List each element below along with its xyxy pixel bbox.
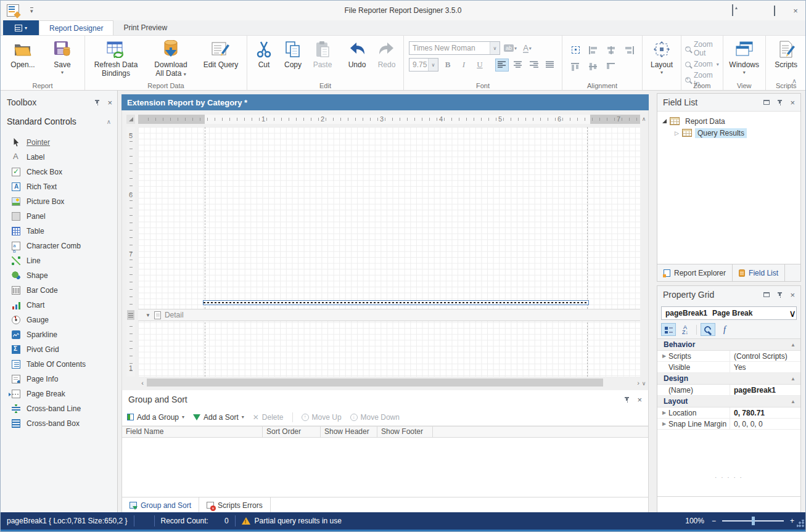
pin-icon[interactable] <box>94 99 100 106</box>
move-down-button[interactable]: ↓Move Down <box>350 413 400 422</box>
scroll-down-icon[interactable]: ∨ <box>642 380 646 387</box>
zoom-out-slider-button[interactable]: − <box>712 517 716 525</box>
align-text-right-button[interactable] <box>527 59 541 72</box>
tab-group-and-sort[interactable]: Group and Sort <box>122 497 199 513</box>
paste-button[interactable]: Paste <box>308 38 337 69</box>
undo-button[interactable]: Undo <box>342 38 372 69</box>
pin-icon[interactable] <box>777 292 783 298</box>
close-icon[interactable]: × <box>790 291 795 299</box>
zoom-out-button[interactable]: Zoom Out <box>685 40 719 57</box>
design-canvas[interactable]: 1 2 3 4 5 6 7 <box>121 110 649 390</box>
add-a-group-button[interactable]: Add a Group▾ <box>127 413 184 422</box>
tree-node-query-results[interactable]: ▷ Query Results <box>657 127 800 139</box>
toolbox-item[interactable]: Gauge <box>1 313 117 327</box>
collapse-band-icon[interactable]: ▼ <box>146 313 150 318</box>
open-button[interactable]: Open... <box>3 38 43 69</box>
tab-print-preview[interactable]: Print Preview <box>113 20 177 35</box>
align-middles-button[interactable] <box>585 59 601 74</box>
expand-property-icon[interactable]: ▶ <box>662 421 666 427</box>
property-value[interactable]: 0, 780.71 <box>730 409 800 417</box>
toolbox-item[interactable]: Check Box <box>1 165 117 179</box>
expanded-node-icon[interactable] <box>662 119 667 123</box>
toolbox-item[interactable]: Character Comb <box>1 239 117 253</box>
font-color-button[interactable]: A▾ <box>520 42 534 55</box>
move-up-button[interactable]: ↑Move Up <box>302 413 342 422</box>
align-text-left-button[interactable] <box>495 59 509 72</box>
toolbox-item[interactable]: Page Info <box>1 372 117 387</box>
windows-button[interactable]: Windows ▾ <box>726 38 763 75</box>
splitter-grip[interactable]: · · · · · <box>657 474 800 481</box>
category-layout[interactable]: Layout ▲ <box>657 396 800 407</box>
selected-object-combo[interactable]: pageBreak1Page Break ∨ <box>661 306 797 320</box>
chevron-down-icon[interactable]: ∨ <box>428 59 438 71</box>
property-value[interactable]: pageBreak1 <box>730 386 800 395</box>
font-size-combo[interactable]: 9.75 ∨ <box>409 58 438 72</box>
column-header[interactable]: Sort Order <box>263 427 321 437</box>
pin-icon[interactable] <box>777 99 783 106</box>
toolbox-item[interactable]: Pointer <box>1 135 117 150</box>
collapsed-node-icon[interactable]: ▷ <box>675 130 679 136</box>
maximize-panel-icon[interactable] <box>763 100 770 105</box>
categorized-view-button[interactable] <box>661 323 676 336</box>
toolbox-item[interactable]: Pivot Grid <box>1 342 117 357</box>
tab-report-explorer[interactable]: Report Explorer <box>657 264 733 281</box>
zoom-button[interactable]: Zoom▾ <box>685 60 719 68</box>
zoom-slider-thumb[interactable] <box>752 517 755 525</box>
toolbox-item[interactable]: Rich Text <box>1 179 117 194</box>
maximize-button[interactable] <box>770 6 779 15</box>
close-icon[interactable]: × <box>790 99 795 107</box>
property-value[interactable]: 0, 0, 0, 0 <box>730 420 800 428</box>
column-header[interactable]: Show Footer <box>377 427 433 437</box>
page-break-control-selected[interactable] <box>203 300 589 305</box>
maximize-panel-icon[interactable] <box>763 292 770 297</box>
resize-grip[interactable] <box>797 520 804 527</box>
layout-button[interactable]: Layout ▾ <box>645 38 678 75</box>
bold-button[interactable]: B <box>441 59 454 72</box>
tab-report-designer[interactable]: Report Designer <box>39 20 113 35</box>
zoom-slider-track[interactable] <box>722 520 784 522</box>
application-menu-button[interactable]: ▾ <box>3 20 39 35</box>
report-page-surface[interactable]: ▼ Detail <box>138 127 643 377</box>
toolbox-item[interactable]: Panel <box>1 209 117 224</box>
align-centers-button[interactable] <box>603 43 619 57</box>
toolbox-section-standard-controls[interactable]: Standard Controls ∧ <box>1 113 117 130</box>
toolbox-item[interactable]: Picture Box <box>1 194 117 209</box>
close-icon[interactable]: × <box>107 99 112 107</box>
ribbon-display-options-button[interactable] <box>728 6 738 15</box>
scrollbar-thumb[interactable] <box>147 379 603 387</box>
add-a-sort-button[interactable]: Add a Sort▾ <box>193 413 244 422</box>
property-value[interactable]: (Control Scripts) <box>730 352 800 361</box>
toolbox-item[interactable]: Shape <box>1 268 117 283</box>
band-splitter-grip[interactable] <box>127 310 134 320</box>
collapse-ribbon-button[interactable]: ∧ <box>792 77 797 85</box>
toolbox-item[interactable]: Cross-band Line <box>1 401 117 416</box>
save-button[interactable]: Save ▾ <box>43 38 82 75</box>
copy-button[interactable]: Copy <box>278 38 308 69</box>
toolbox-item[interactable]: Bar Code <box>1 283 117 298</box>
column-header[interactable]: Show Header <box>321 427 377 437</box>
highlight-color-button[interactable]: ab▾ <box>503 42 518 55</box>
close-icon[interactable]: × <box>637 396 642 404</box>
property-value[interactable]: Yes <box>730 363 800 372</box>
toolbox-item[interactable]: Chart <box>1 298 117 313</box>
snap-to-grid-button[interactable] <box>567 43 583 57</box>
refresh-data-bindings-button[interactable]: Refresh Data Bindings <box>88 38 144 78</box>
expand-property-icon[interactable]: ▶ <box>662 353 666 359</box>
toolbox-item[interactable]: Label <box>1 150 117 165</box>
category-behavior[interactable]: Behavior ▲ <box>657 339 800 351</box>
download-all-data-button[interactable]: Download All Data ▾ <box>144 38 197 79</box>
horizontal-scrollbar[interactable]: ‹ › <box>138 378 643 387</box>
vertical-scrollbar[interactable]: ∧ ∨ <box>640 115 648 388</box>
align-lefts-button[interactable] <box>585 43 601 57</box>
detail-band-header[interactable]: ▼ Detail <box>138 309 643 321</box>
edit-query-button[interactable]: Edit Query <box>197 38 244 69</box>
redo-button[interactable]: Redo <box>372 38 401 69</box>
chevron-down-icon[interactable]: ∨ <box>789 308 796 319</box>
toolbox-item[interactable]: Table <box>1 224 117 239</box>
properties-view-button[interactable] <box>701 323 715 336</box>
align-rights-button[interactable] <box>621 43 637 57</box>
category-design[interactable]: Design ▲ <box>657 373 800 385</box>
toolbox-item[interactable]: Sparkline <box>1 327 117 342</box>
zoom-in-slider-button[interactable]: + <box>790 517 794 525</box>
chevron-down-icon[interactable]: ∨ <box>490 42 500 54</box>
